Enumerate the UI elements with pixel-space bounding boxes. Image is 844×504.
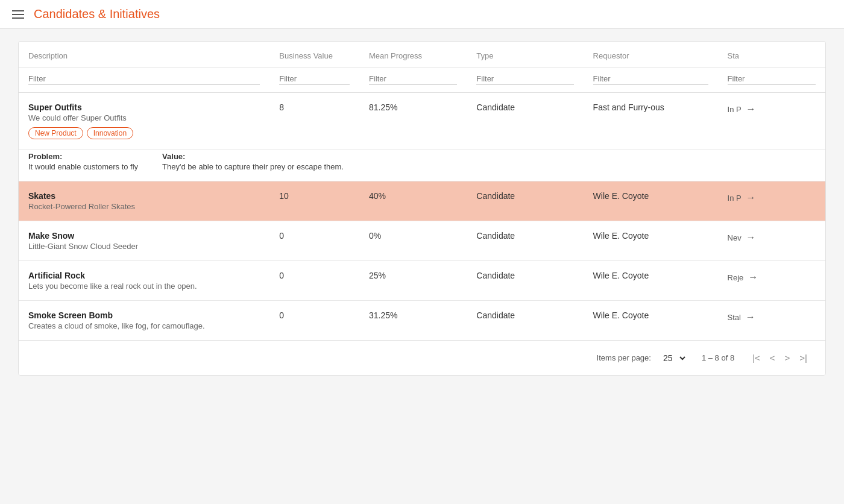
col-mean-progress: Mean Progress	[359, 42, 467, 68]
mean-progress-cell: 40%	[359, 181, 467, 221]
filter-row	[19, 68, 825, 93]
status-text: Nev	[728, 233, 742, 242]
col-business-value: Business Value	[269, 42, 359, 68]
status-cell: In P →	[718, 93, 825, 150]
navigate-button[interactable]: →	[744, 231, 758, 244]
item-description: Little-Giant Snow Cloud Seeder	[28, 242, 260, 251]
col-type: Type	[467, 42, 583, 68]
tag: Innovation	[87, 127, 133, 139]
business-value-cell: 0	[269, 261, 359, 301]
column-header-row: Description Business Value Mean Progress…	[19, 42, 825, 68]
mean-progress-cell: 0%	[359, 221, 467, 261]
table-row[interactable]: Smoke Screen Bomb Creates a cloud of smo…	[19, 301, 825, 341]
problem-value-grid: Problem: It would enable customers to fl…	[28, 152, 816, 171]
item-tags: New ProductInnovation	[28, 127, 260, 139]
status-cell: In P →	[718, 181, 825, 221]
item-name: Artificial Rock	[28, 271, 260, 280]
next-page-button[interactable]: >	[781, 350, 794, 365]
item-description: We could offer Super Outfits	[28, 113, 260, 122]
prev-page-button[interactable]: <	[766, 350, 779, 365]
mean-progress-cell: 25%	[359, 261, 467, 301]
type-cell: Candidate	[467, 301, 583, 341]
items-per-page-select[interactable]: 25 10 50 100	[661, 353, 687, 364]
items-per-page-label: Items per page:	[597, 353, 651, 362]
status-text: Stal	[728, 313, 741, 322]
item-name: Skates	[28, 191, 260, 201]
requestor-cell: Fast and Furry-ous	[584, 93, 718, 150]
filter-business-value[interactable]	[279, 73, 350, 85]
status-text: In P	[728, 194, 742, 203]
type-cell: Candidate	[467, 93, 583, 150]
page-title: Candidates & Initiatives	[34, 7, 160, 21]
value-text: They'd be able to capture their prey or …	[162, 162, 344, 171]
status-cell: Reje →	[718, 261, 825, 301]
item-description: Creates a cloud of smoke, like fog, for …	[28, 321, 260, 330]
mean-progress-cell: 31.25%	[359, 301, 467, 341]
business-value-cell: 8	[269, 93, 359, 150]
problem-label: Problem:	[28, 152, 138, 161]
requestor-cell: Wile E. Coyote	[584, 181, 718, 221]
menu-button[interactable]	[12, 10, 24, 19]
items-per-page-dropdown[interactable]: 25 10 50 100	[661, 353, 687, 364]
requestor-cell: Wile E. Coyote	[584, 261, 718, 301]
col-status: Sta	[718, 42, 825, 68]
pagination: Items per page: 25 10 50 100 1 – 8 of 8 …	[19, 340, 825, 375]
expanded-detail-row: Problem: It would enable customers to fl…	[19, 150, 825, 181]
navigate-button[interactable]: →	[744, 191, 758, 204]
navigate-button[interactable]: →	[743, 310, 758, 324]
table-row[interactable]: Make Snow Little-Giant Snow Cloud Seeder…	[19, 221, 825, 261]
item-description: Lets you become like a real rock out in …	[28, 282, 260, 291]
value-label: Value:	[162, 152, 344, 161]
filter-description[interactable]	[28, 73, 260, 85]
filter-type[interactable]	[476, 73, 573, 85]
status-cell: Nev →	[718, 221, 825, 261]
type-cell: Candidate	[467, 261, 583, 301]
business-value-cell: 0	[269, 301, 359, 341]
table-row[interactable]: Super Outfits We could offer Super Outfi…	[19, 93, 825, 150]
status-text: In P	[728, 105, 742, 114]
mean-progress-cell: 81.25%	[359, 93, 467, 150]
business-value-cell: 0	[269, 221, 359, 261]
problem-section: Problem: It would enable customers to fl…	[28, 152, 138, 171]
navigate-button[interactable]: →	[746, 271, 760, 284]
item-description: Rocket-Powered Roller Skates	[28, 202, 260, 211]
item-name: Super Outfits	[28, 102, 260, 112]
type-cell: Candidate	[467, 221, 583, 261]
main-content: Description Business Value Mean Progress…	[0, 29, 844, 388]
item-name: Make Snow	[28, 231, 260, 241]
requestor-cell: Wile E. Coyote	[584, 301, 718, 341]
first-page-button[interactable]: |<	[749, 350, 764, 365]
navigate-button[interactable]: →	[744, 102, 758, 116]
last-page-button[interactable]: >|	[796, 350, 811, 365]
app-header: Candidates & Initiatives	[0, 0, 844, 29]
col-description: Description	[19, 42, 269, 68]
requestor-cell: Wile E. Coyote	[584, 221, 718, 261]
col-requestor: Requestor	[584, 42, 718, 68]
filter-mean-progress[interactable]	[369, 73, 457, 85]
type-cell: Candidate	[467, 181, 583, 221]
filter-status[interactable]	[728, 73, 816, 85]
problem-text: It would enable customers to fly	[28, 162, 138, 171]
tag: New Product	[28, 127, 83, 139]
data-table: Description Business Value Mean Progress…	[19, 42, 825, 340]
business-value-cell: 10	[269, 181, 359, 221]
candidates-table: Description Business Value Mean Progress…	[18, 41, 826, 376]
page-navigation: |< < > >|	[749, 350, 811, 365]
status-cell: Stal →	[718, 301, 825, 341]
status-text: Reje	[728, 273, 744, 282]
value-section: Value: They'd be able to capture their p…	[162, 152, 344, 171]
table-row[interactable]: Artificial Rock Lets you become like a r…	[19, 261, 825, 301]
table-row[interactable]: Skates Rocket-Powered Roller Skates 10 4…	[19, 181, 825, 221]
page-info: 1 – 8 of 8	[702, 353, 734, 362]
filter-requestor[interactable]	[593, 73, 708, 85]
item-name: Smoke Screen Bomb	[28, 310, 260, 320]
